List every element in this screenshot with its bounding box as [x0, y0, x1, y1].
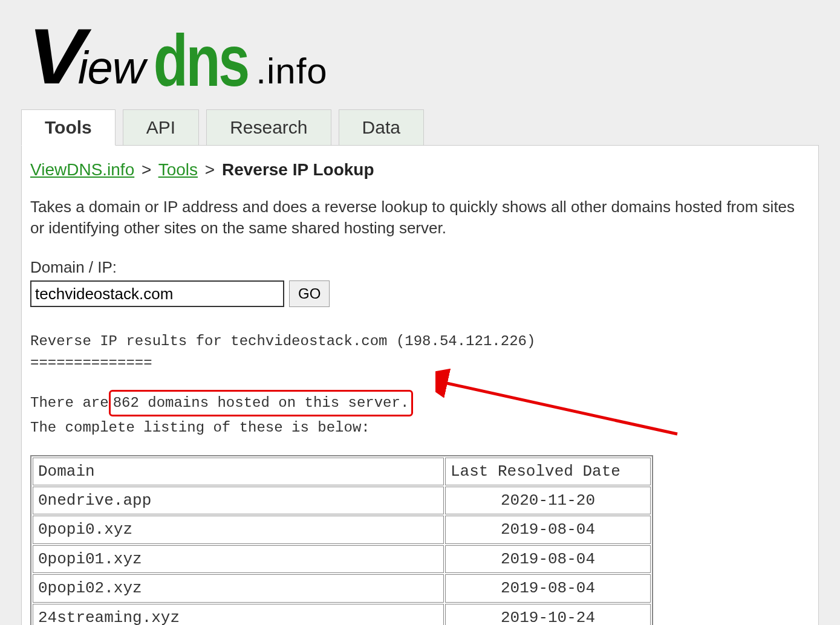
column-header-date: Last Resolved Date: [445, 458, 651, 485]
table-row: 0popi0.xyz 2019-08-04: [33, 516, 651, 543]
cell-date: 2019-08-04: [445, 574, 651, 602]
breadcrumb-current: Reverse IP Lookup: [222, 160, 374, 179]
tab-research[interactable]: Research: [206, 109, 331, 146]
main-tabs: Tools API Research Data: [21, 109, 819, 146]
results-count-prefix: There are: [30, 395, 109, 411]
cell-domain: 0popi02.xyz: [33, 574, 444, 602]
cell-date: 2019-10-24: [445, 604, 651, 625]
results-count-highlight: 862 domains hosted on this server.: [109, 390, 414, 416]
logo-dns: dns: [154, 18, 248, 103]
cell-domain: 0nedrive.app: [33, 487, 444, 514]
cell-date: 2019-08-04: [445, 516, 651, 543]
breadcrumb: ViewDNS.info > Tools > Reverse IP Lookup: [30, 160, 810, 180]
tool-description: Takes a domain or IP address and does a …: [30, 196, 810, 239]
site-logo: Viewdns.info: [30, 11, 819, 102]
table-row: 24streaming.xyz 2019-10-24: [33, 604, 651, 625]
logo-iew: iew: [78, 41, 145, 94]
results-divider: ==============: [30, 353, 810, 374]
domain-input-label: Domain / IP:: [30, 258, 810, 277]
tab-tools[interactable]: Tools: [21, 109, 116, 146]
results-listing-intro: The complete listing of these is below:: [30, 418, 810, 438]
tab-api[interactable]: API: [123, 109, 199, 146]
breadcrumb-home-link[interactable]: ViewDNS.info: [30, 160, 134, 179]
go-button[interactable]: GO: [289, 280, 330, 307]
table-row: 0popi01.xyz 2019-08-04: [33, 545, 651, 573]
cell-date: 2020-11-20: [445, 487, 651, 514]
cell-domain: 0popi01.xyz: [33, 545, 444, 573]
table-row: 0nedrive.app 2020-11-20: [33, 487, 651, 514]
results-count: There are 862 domains hosted on this ser…: [30, 390, 810, 416]
results-header: Reverse IP results for techvideostack.co…: [30, 331, 810, 352]
breadcrumb-tools-link[interactable]: Tools: [158, 160, 198, 179]
breadcrumb-sep: >: [205, 160, 215, 179]
column-header-domain: Domain: [33, 458, 444, 485]
domain-input[interactable]: [30, 280, 284, 307]
tab-data[interactable]: Data: [339, 109, 424, 146]
breadcrumb-sep: >: [142, 160, 151, 179]
cell-date: 2019-08-04: [445, 545, 651, 573]
search-form: GO: [30, 280, 810, 307]
results-section: Reverse IP results for techvideostack.co…: [30, 331, 810, 625]
logo-info: .info: [256, 50, 327, 92]
table-header-row: Domain Last Resolved Date: [33, 458, 651, 485]
cell-domain: 24streaming.xyz: [33, 604, 444, 625]
results-table: Domain Last Resolved Date 0nedrive.app 2…: [30, 455, 653, 625]
cell-domain: 0popi0.xyz: [33, 516, 444, 543]
table-row: 0popi02.xyz 2019-08-04: [33, 574, 651, 602]
main-content: ViewDNS.info > Tools > Reverse IP Lookup…: [21, 146, 819, 625]
logo-v: V: [28, 11, 80, 102]
